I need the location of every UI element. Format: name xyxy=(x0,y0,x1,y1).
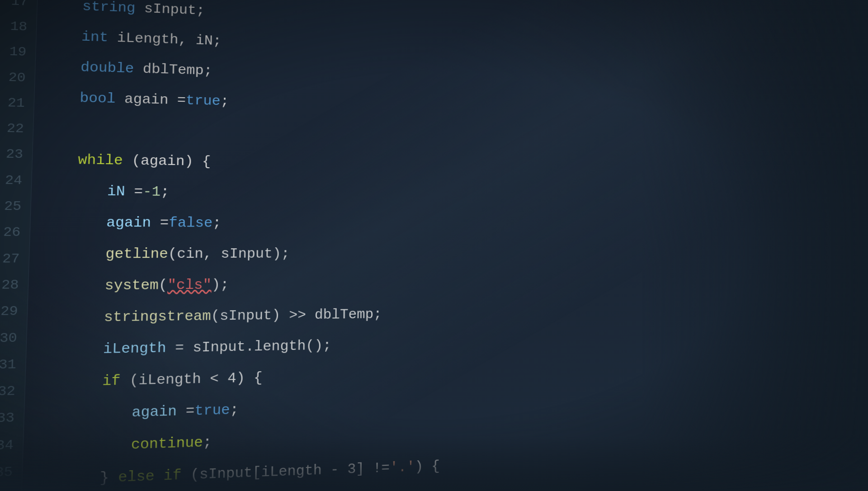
line-35: 35 xyxy=(0,458,23,487)
line-24: 24 xyxy=(0,167,32,194)
line-27: 27 xyxy=(0,246,29,272)
token-str-squiggle: "cls" xyxy=(167,277,212,293)
token-plain: ; xyxy=(220,94,229,109)
line-19: 19 xyxy=(0,38,36,65)
token-plain: ); xyxy=(212,277,229,293)
token-plain: (sInput) >> dblTemp; xyxy=(211,307,382,324)
token-keyword: if xyxy=(102,373,121,389)
line-23: 23 xyxy=(0,141,33,167)
line-30: 30 xyxy=(0,325,27,352)
token-plain: ; xyxy=(160,184,170,200)
token-plain: = xyxy=(151,215,169,231)
line-20: 20 xyxy=(0,63,35,90)
line-25: 25 xyxy=(0,193,31,220)
editor-container: 17 18 19 20 21 22 23 24 25 26 27 28 29 3… xyxy=(0,0,868,491)
token-type: int xyxy=(81,29,108,46)
token-num: -1 xyxy=(143,184,161,200)
code-content: string sInput; int iLength, iN; double d… xyxy=(21,0,847,491)
line-26: 26 xyxy=(0,219,30,246)
token-plain: again = xyxy=(115,91,186,108)
token-fn: getline xyxy=(105,246,168,262)
token-plain: (again) { xyxy=(123,153,211,170)
token-bool: true xyxy=(194,402,230,419)
token-plain: (cin, sInput); xyxy=(168,246,290,262)
line-32: 32 xyxy=(0,378,25,406)
token-bool: false xyxy=(169,215,213,231)
line-17: 17 xyxy=(0,0,38,14)
token-id: again xyxy=(132,403,177,421)
token-plain: (iLength < 4) { xyxy=(120,370,263,389)
line-29: 29 xyxy=(0,298,28,325)
token-type: string xyxy=(82,0,136,16)
token-fn: system xyxy=(104,277,159,294)
token-plain: ) { xyxy=(415,458,440,475)
token-plain: = sInput.length(); xyxy=(166,338,331,356)
token-plain: ; xyxy=(212,215,222,231)
code-line-24: again = false ; xyxy=(45,207,839,239)
line-22: 22 xyxy=(0,115,33,142)
token-plain: iLength, iN; xyxy=(108,30,222,49)
token-keyword: else if xyxy=(118,467,182,486)
token-str: '.' xyxy=(390,459,415,476)
token-plain: = xyxy=(125,184,143,200)
token-plain: = xyxy=(177,403,195,420)
code-area: 17 18 19 20 21 22 23 24 25 26 27 28 29 3… xyxy=(0,0,847,491)
line-21: 21 xyxy=(0,89,34,116)
token-plain: ; xyxy=(230,402,239,419)
token-bool: true xyxy=(186,93,221,109)
token-type: double xyxy=(80,60,134,77)
token-plain: dblTemp; xyxy=(134,61,212,79)
code-line-25: getline (cin, sInput); xyxy=(44,238,840,270)
token-plain: sInput; xyxy=(135,0,205,19)
token-keyword: while xyxy=(78,152,123,169)
token-keyword: continue xyxy=(131,434,203,453)
token-plain: ; xyxy=(203,434,212,451)
line-31: 31 xyxy=(0,351,26,379)
token-id: iN xyxy=(107,184,125,200)
line-36: 36 xyxy=(0,485,22,491)
token-fn: stringstream xyxy=(104,308,211,326)
line-18: 18 xyxy=(0,13,37,40)
line-33: 33 xyxy=(0,404,24,433)
token-id: iLength xyxy=(103,340,166,357)
line-34: 34 xyxy=(0,431,24,460)
token-id: again xyxy=(106,215,151,231)
line-28: 28 xyxy=(0,272,28,298)
token-plain: ( xyxy=(158,277,167,293)
token-plain: (sInput[iLength - 3] != xyxy=(181,460,390,483)
token-plain: } xyxy=(99,469,118,487)
token-type: bool xyxy=(80,90,116,107)
